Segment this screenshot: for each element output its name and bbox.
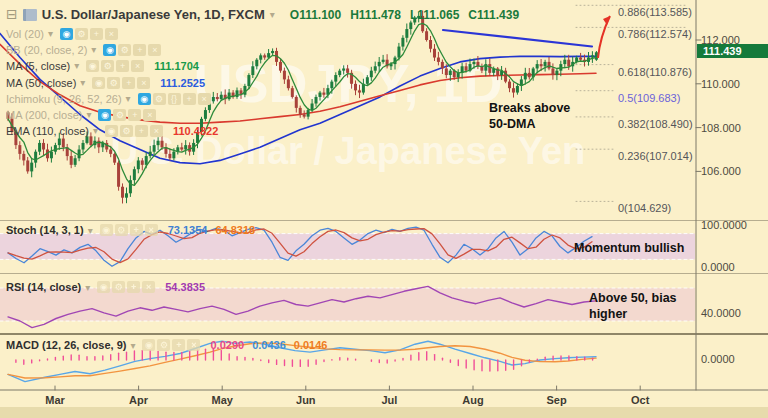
indicator-label[interactable]: MA (200, close) <box>6 109 82 121</box>
eye-icon[interactable]: ◉ <box>100 224 113 236</box>
eye-icon[interactable]: ◉ <box>138 93 151 105</box>
candle-body <box>397 47 400 58</box>
candle-body <box>449 71 452 75</box>
gear-icon[interactable]: ⚙ <box>118 44 131 56</box>
indicator-label[interactable]: EMA (110, close) <box>6 125 89 137</box>
gear-icon[interactable]: ⚙ <box>101 60 114 72</box>
candle-body <box>437 58 440 62</box>
candle-body <box>311 104 314 111</box>
plus-icon[interactable]: + <box>183 93 196 105</box>
plus-icon[interactable]: + <box>116 60 129 72</box>
close-icon[interactable]: × <box>137 77 150 89</box>
indicator-row-vol: Vol (20) ▾ ◉⚙+× <box>6 27 118 40</box>
close-icon[interactable]: × <box>105 28 118 40</box>
close-icon[interactable]: × <box>198 93 211 105</box>
candle-body <box>113 154 116 163</box>
collapse-icon[interactable]: ⊟ <box>6 8 18 21</box>
gear-icon[interactable]: ⚙ <box>112 281 125 293</box>
indicator-row-ma200: MA (200, close) ▾ ◉⚙+× <box>6 108 156 121</box>
chevron-down-icon[interactable]: ▾ <box>91 44 96 55</box>
gear-icon[interactable]: ⚙ <box>120 125 133 137</box>
chevron-down-icon[interactable]: ▾ <box>130 340 135 351</box>
eye-icon[interactable]: ◉ <box>92 77 105 89</box>
indicator-label[interactable]: Stoch (14, 3, 1) <box>6 224 84 236</box>
plus-icon[interactable]: + <box>128 109 141 121</box>
trendline <box>443 30 592 47</box>
candle-body <box>82 143 85 150</box>
gear-icon[interactable]: ⚙ <box>157 339 170 351</box>
plus-icon[interactable]: + <box>122 77 135 89</box>
eye-icon[interactable]: ◉ <box>142 339 155 351</box>
price-tick: 108.000 <box>701 122 741 134</box>
candle-body <box>216 97 219 99</box>
candle-body <box>536 64 539 68</box>
chevron-down-icon[interactable]: ▾ <box>126 93 131 104</box>
indicator-row-bb: BB (20, close, 2) ▾ ◉⚙+× <box>6 43 161 56</box>
close-icon[interactable]: × <box>145 224 158 236</box>
chevron-down-icon[interactable]: ▾ <box>88 225 93 236</box>
close-icon[interactable]: × <box>143 109 156 121</box>
indicator-label[interactable]: MA (5, close) <box>6 60 70 72</box>
eye-icon[interactable]: ◉ <box>86 60 99 72</box>
indicator-row-ichimoku: Ichimoku (9, 26, 52, 26) ▾ ◉⚙{}+× <box>6 92 211 105</box>
candle-body <box>109 150 112 154</box>
gear-icon[interactable]: ⚙ <box>113 109 126 121</box>
plus-icon[interactable]: + <box>90 28 103 40</box>
annotation-momentum[interactable]: Momentum bullish <box>574 240 684 256</box>
month-label: Aug <box>462 394 483 406</box>
indicator-row-ma5: MA (5, close) ▾ ◉⚙+× 111.1704 <box>6 59 199 72</box>
candle-body <box>251 66 254 75</box>
indicator-label[interactable]: Vol (20) <box>6 28 44 40</box>
eye-icon[interactable]: ◉ <box>98 109 111 121</box>
eye-icon[interactable]: ◉ <box>60 28 73 40</box>
chart-header: ⊟ U.S. Dollar/Japanese Yen, 1D, FXCM ▾ O… <box>6 7 519 22</box>
candle-body <box>149 152 152 156</box>
indicator-label[interactable]: MACD (12, 26, close, 9) <box>6 339 126 351</box>
eye-icon[interactable]: ◉ <box>103 44 116 56</box>
chevron-down-icon[interactable]: ▾ <box>80 77 85 88</box>
indicator-label[interactable]: RSI (14, close) <box>6 281 81 293</box>
candle-body <box>441 62 444 69</box>
symbol-title[interactable]: U.S. Dollar/Japanese Yen, 1D, FXCM <box>42 7 265 22</box>
candle-body <box>172 152 175 159</box>
candle-body <box>315 97 318 104</box>
chevron-down-icon[interactable]: ▾ <box>48 28 53 39</box>
plus-icon[interactable]: + <box>172 339 185 351</box>
gear-icon[interactable]: ⚙ <box>75 28 88 40</box>
eye-icon[interactable]: ◉ <box>105 125 118 137</box>
braces-icon[interactable]: {} <box>168 93 181 105</box>
close-icon[interactable]: × <box>187 339 200 351</box>
candle-body <box>283 71 286 80</box>
candle-body <box>429 40 432 49</box>
eye-icon[interactable]: ◉ <box>97 281 110 293</box>
up-arrow[interactable] <box>598 16 610 58</box>
annotation-breaks-above[interactable]: Breaks above 50-DMA <box>489 100 570 132</box>
plus-icon[interactable]: + <box>135 125 148 137</box>
stoch-legend: Stoch (14, 3, 1) ▾ ◉⚙+× 73.135464.8318 <box>6 224 255 236</box>
indicator-label[interactable]: Ichimoku (9, 26, 52, 26) <box>6 93 122 105</box>
candle-body <box>74 158 77 165</box>
plus-icon[interactable]: + <box>127 281 140 293</box>
annotation-rsi-bias[interactable]: Above 50, bias higher <box>589 290 677 322</box>
chevron-down-icon[interactable]: ▾ <box>93 125 98 136</box>
gear-icon[interactable]: ⚙ <box>153 93 166 105</box>
fib-level-label: 0.886(113.585) <box>618 6 692 18</box>
indicator-label[interactable]: MA (50, close) <box>6 77 76 89</box>
chevron-down-icon[interactable]: ▾ <box>74 60 79 71</box>
chevron-down-icon[interactable]: ▾ <box>270 9 275 20</box>
close-icon[interactable]: × <box>150 125 163 137</box>
plus-icon[interactable]: + <box>133 44 146 56</box>
chevron-down-icon[interactable]: ▾ <box>86 109 91 120</box>
chevron-down-icon[interactable]: ▾ <box>85 282 90 293</box>
close-icon[interactable]: × <box>142 281 155 293</box>
macd-legend: MACD (12, 26, close, 9) ▾ ◉⚙+× 0.02900.0… <box>6 339 327 351</box>
plus-icon[interactable]: + <box>130 224 143 236</box>
close-icon[interactable]: × <box>131 60 144 72</box>
close-icon[interactable]: × <box>148 44 161 56</box>
gear-icon[interactable]: ⚙ <box>107 77 120 89</box>
indicator-label[interactable]: BB (20, close, 2) <box>6 44 87 56</box>
candle-body <box>184 145 187 149</box>
gear-icon[interactable]: ⚙ <box>115 224 128 236</box>
candle-body <box>18 145 21 154</box>
candle-body <box>263 55 266 57</box>
